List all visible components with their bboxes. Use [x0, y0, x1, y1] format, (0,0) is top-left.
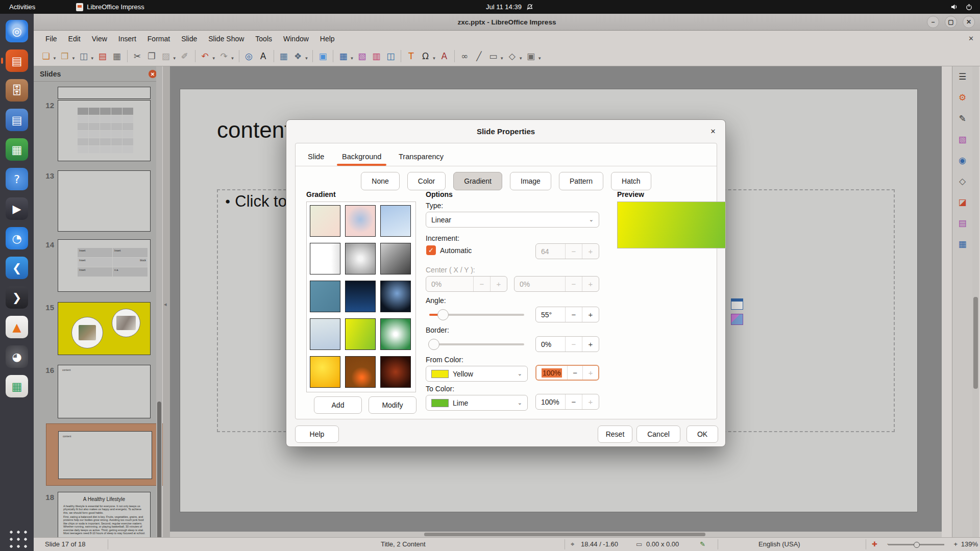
sidebar-master-slides-icon[interactable]: ▦: [957, 238, 969, 250]
sidebar-styles-icon[interactable]: ✎: [957, 112, 969, 124]
from-color-percent-spinner[interactable]: 100% −+: [535, 365, 599, 381]
dropdown-arrow-icon[interactable]: ▼: [350, 56, 354, 61]
gradient-preset-1[interactable]: [310, 205, 340, 237]
dropdown-arrow-icon[interactable]: ▼: [231, 56, 235, 61]
activities-button[interactable]: Activities: [9, 3, 35, 11]
tab-background[interactable]: Background: [339, 148, 384, 165]
slides-panel-close-icon[interactable]: ✕: [149, 70, 157, 78]
gradient-preset-6[interactable]: [380, 243, 411, 274]
dock-terminal[interactable]: ❯: [6, 286, 28, 309]
cut-button[interactable]: ✂: [131, 50, 143, 62]
insert-image-placeholder-icon[interactable]: [731, 314, 743, 325]
insert-table-button[interactable]: ▦▼: [337, 50, 354, 62]
gradient-preset-10[interactable]: [310, 318, 340, 350]
insert-chart-button[interactable]: ◫: [384, 50, 397, 62]
cancel-button[interactable]: Cancel: [636, 425, 680, 443]
menu-window[interactable]: Window: [278, 32, 314, 45]
sidebar-navigator-icon[interactable]: ◉: [957, 154, 969, 166]
dock-files[interactable]: 🗄: [6, 79, 28, 102]
menu-slide[interactable]: Slide: [176, 32, 203, 45]
automatic-checkbox[interactable]: ✓: [426, 245, 436, 255]
angle-slider[interactable]: [429, 314, 524, 316]
dock-chromium[interactable]: ◎: [6, 20, 28, 42]
gradient-preset-12[interactable]: [380, 318, 411, 350]
slides-panel-scrollbar[interactable]: [156, 66, 162, 546]
sidebar-animation-icon[interactable]: ▤: [957, 217, 969, 229]
angle-spinner[interactable]: 55° −+: [535, 307, 599, 322]
insert-image-button[interactable]: ▧: [356, 50, 368, 62]
minimize-button[interactable]: –: [927, 16, 939, 28]
dropdown-arrow-icon[interactable]: ▼: [519, 56, 523, 61]
display-views-button[interactable]: ❖▼: [292, 50, 309, 62]
fill-none-button[interactable]: None: [361, 172, 399, 190]
zoom-level[interactable]: 139%: [961, 540, 978, 548]
show-applications-icon[interactable]: [7, 528, 27, 548]
fill-hatch-button[interactable]: Hatch: [611, 172, 651, 190]
fill-gradient-button[interactable]: Gradient: [453, 172, 502, 190]
basic-shapes-button[interactable]: ◇▼: [506, 50, 523, 62]
border-slider[interactable]: [429, 343, 524, 345]
close-button[interactable]: ✕: [963, 16, 975, 28]
save-button[interactable]: ◫▼: [78, 50, 94, 62]
dock-firefox[interactable]: ◔: [6, 227, 28, 249]
sidebar-transition-icon[interactable]: ◪: [957, 196, 969, 208]
zoom-in-button[interactable]: +: [953, 540, 958, 548]
redo-button[interactable]: ↷▼: [218, 50, 235, 62]
window-titlebar[interactable]: zxc.pptx - LibreOffice Impress – ▢ ✕: [34, 14, 980, 31]
undo-button[interactable]: ↶▼: [199, 50, 216, 62]
tab-transparency[interactable]: Transparency: [396, 148, 447, 165]
menu-file[interactable]: File: [40, 32, 63, 45]
ok-button[interactable]: OK: [687, 425, 718, 443]
reset-button[interactable]: Reset: [598, 425, 632, 443]
slide-title-text[interactable]: content: [217, 117, 290, 143]
find-replace-button[interactable]: ◎: [243, 50, 255, 62]
menu-slide-show[interactable]: Slide Show: [203, 32, 250, 45]
gradient-preset-2[interactable]: [345, 205, 376, 237]
line-button[interactable]: ╱: [473, 50, 485, 62]
spelling-button[interactable]: A: [257, 50, 270, 62]
zoom-slider-knob[interactable]: [914, 542, 920, 548]
angle-slider-knob[interactable]: [437, 309, 449, 320]
to-color-percent-spinner[interactable]: 100% −+: [535, 394, 599, 410]
fill-color-button[interactable]: Color: [407, 172, 446, 190]
document-close-icon[interactable]: ✕: [968, 35, 974, 42]
help-button[interactable]: Help: [295, 425, 339, 443]
copy-button[interactable]: ❐: [145, 50, 158, 62]
sidebar-gallery-icon[interactable]: ▧: [957, 133, 969, 145]
signature-icon[interactable]: ✎: [700, 540, 705, 548]
insert-media-button[interactable]: ▥: [370, 50, 382, 62]
modify-button[interactable]: Modify: [369, 396, 416, 414]
menu-insert[interactable]: Insert: [113, 32, 142, 45]
dock-vlc[interactable]: ▲: [6, 316, 28, 338]
power-icon[interactable]: [965, 3, 973, 11]
dropdown-arrow-icon[interactable]: ▼: [53, 56, 57, 61]
from-color-select[interactable]: Yellow⌄: [426, 366, 528, 382]
gradient-type-select[interactable]: Linear⌄: [426, 212, 599, 228]
dock-video-editor[interactable]: ▶: [6, 197, 28, 220]
special-character-button[interactable]: Ω▼: [419, 50, 436, 62]
fill-pattern-button[interactable]: Pattern: [559, 172, 603, 190]
dock-writer[interactable]: ▤: [6, 109, 28, 131]
gradient-preset-13[interactable]: [310, 356, 340, 388]
gradient-preset-14[interactable]: [345, 356, 376, 388]
open-button[interactable]: ❒▼: [59, 50, 76, 62]
sidebar-shapes-icon[interactable]: ◇: [957, 175, 969, 187]
dock-impress[interactable]: ▤: [6, 49, 28, 72]
dropdown-arrow-icon[interactable]: ▼: [305, 56, 309, 61]
dropdown-arrow-icon[interactable]: ▼: [537, 56, 542, 61]
dropdown-arrow-icon[interactable]: ▼: [432, 56, 436, 61]
vertical-scrollbar[interactable]: [972, 66, 979, 542]
menu-help[interactable]: Help: [314, 32, 340, 45]
sidebar-properties-icon[interactable]: ⚙: [957, 91, 969, 104]
menu-tools[interactable]: Tools: [250, 32, 278, 45]
tab-slide[interactable]: Slide: [305, 148, 327, 165]
horizontal-scrollbar[interactable]: [170, 532, 942, 537]
presentation-layout-button[interactable]: ▣▼: [525, 50, 542, 62]
menu-edit[interactable]: Edit: [63, 32, 86, 45]
gradient-preset-7[interactable]: [310, 281, 340, 312]
dropdown-arrow-icon[interactable]: ▼: [212, 56, 216, 61]
dropdown-arrow-icon[interactable]: ▼: [71, 56, 76, 61]
dock-vscode[interactable]: ❮: [6, 257, 28, 279]
menu-format[interactable]: Format: [142, 32, 176, 45]
display-grid-button[interactable]: ▦: [278, 50, 290, 62]
